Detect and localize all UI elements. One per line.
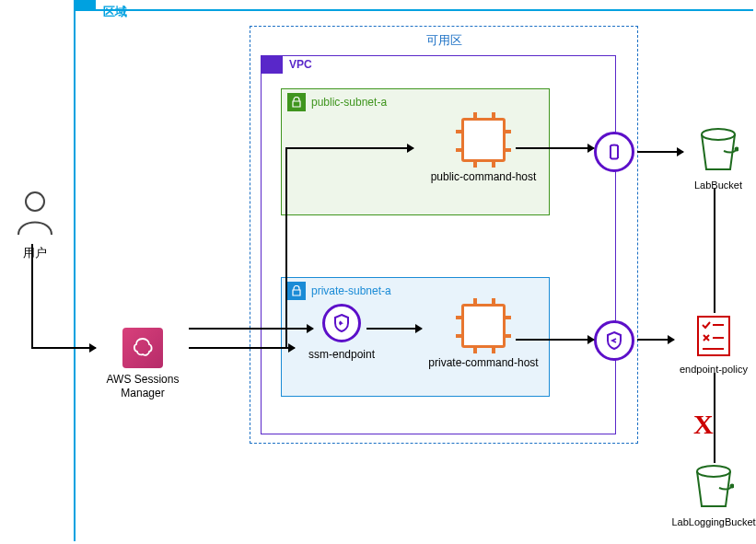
lock-icon [287, 93, 306, 111]
public-subnet-name: public-subnet-a [311, 96, 387, 109]
connector [714, 373, 715, 463]
private-host-label: private-command-host [419, 356, 548, 369]
connector [285, 147, 287, 348]
svg-point-1 [702, 129, 735, 140]
connector [189, 347, 295, 349]
s3-gateway-endpoint [594, 320, 634, 361]
az-label: 可用区 [250, 32, 637, 49]
endpoint-policy: endpoint-policy [668, 315, 756, 375]
connector [637, 339, 674, 341]
public-command-host: public-command-host [424, 118, 543, 183]
vpc-tab [261, 55, 283, 74]
connector [31, 244, 33, 347]
connector [189, 328, 313, 330]
lab-bucket: LabBucket [677, 127, 756, 191]
region-label: 区域 [103, 4, 127, 20]
connector [516, 147, 594, 149]
lock-icon [287, 282, 306, 300]
svg-point-3 [697, 466, 730, 477]
vpc-label: VPC [289, 58, 312, 71]
architecture-diagram: 用户 AWS Sessions Manager 区域 可用区 VPC publi… [0, 0, 756, 544]
connector [714, 189, 715, 313]
region-tab [74, 0, 96, 9]
connector [31, 347, 96, 349]
lab-logging-bucket: LabLoggingBucket [663, 464, 756, 527]
gateway-icon [594, 132, 634, 172]
user-icon [13, 189, 57, 237]
user-actor: 用户 [7, 189, 63, 261]
ec2-icon [461, 118, 506, 162]
connector [516, 339, 594, 341]
vpc-endpoint-icon [322, 304, 361, 342]
s3-bucket-icon [698, 127, 739, 173]
connector [366, 328, 422, 330]
policy-document-icon [696, 315, 731, 357]
private-subnet-name: private-subnet-a [311, 284, 391, 297]
connector [637, 151, 683, 153]
connector [344, 147, 413, 149]
public-host-label: public-command-host [424, 170, 543, 183]
lab-bucket-label: LabBucket [677, 179, 756, 191]
internet-gateway [594, 132, 634, 172]
s3-bucket-icon [693, 464, 734, 510]
private-command-host: private-command-host [419, 304, 548, 369]
gateway-endpoint-icon [594, 320, 634, 361]
endpoint-policy-label: endpoint-policy [668, 364, 756, 375]
logging-bucket-label: LabLoggingBucket [663, 516, 756, 527]
connector [285, 147, 345, 149]
private-subnet-header: private-subnet-a [282, 278, 549, 304]
svg-point-0 [26, 192, 44, 211]
ssm-endpoint-label: ssm-endpoint [300, 348, 383, 361]
ec2-icon [461, 304, 506, 348]
public-subnet-header: public-subnet-a [282, 89, 549, 115]
deny-marker-icon: X [693, 409, 714, 440]
user-label: 用户 [7, 245, 63, 261]
